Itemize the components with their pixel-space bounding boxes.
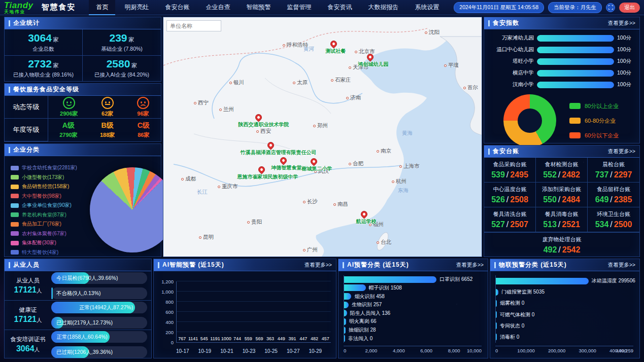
staff-bars: 正常(14942人,87.27%)已过期(2179人,12.73%) (51, 302, 147, 329)
bar-slot: 391 (287, 336, 298, 342)
map-pin-icon (365, 52, 375, 61)
map-marker[interactable]: 航运学校 (361, 211, 367, 218)
iot-category-more-link[interactable]: 查看更多>> (608, 262, 635, 269)
ledger-cell: 添加剂采购台账550/2484 (536, 183, 588, 207)
city-dot-icon (355, 51, 357, 53)
bar-slot: 1191 (210, 336, 221, 342)
ledger-name: 餐具消毒台账 (545, 210, 579, 218)
nav-item-明厨亮灶[interactable]: 明厨亮灶 (117, 0, 156, 15)
nav-item-大数据报告[interactable]: 大数据报告 (361, 0, 405, 15)
hbar-row: 专间状态 0 (496, 322, 633, 330)
map-city: 长沙 (303, 198, 318, 205)
panel-food-index: 食安指数 查看更多>> 万家滩幼儿园100分温口中心幼儿园100分塔旺小学100… (484, 17, 640, 143)
map-city: 兰州 (219, 106, 234, 113)
ai-category-more-link[interactable]: 查看更多>> (456, 262, 484, 269)
map-city: 西安 (256, 128, 271, 135)
nav-item-食安台账[interactable]: 食安台账 (158, 0, 196, 15)
panel-enterprise-stats: 企业统计 3064家企业总数239家基础企业 (7.80%)2732家已接入物联… (4, 17, 161, 82)
donut-legend-item: 60分以下企业 (569, 132, 619, 139)
nav-item-首页[interactable]: 首页 (89, 0, 115, 15)
map-marker[interactable]: 鸿创城幼儿园 (367, 54, 374, 60)
ledger-cell: 中心温度台账526/2508 (484, 183, 536, 207)
map-pin-icon (257, 165, 266, 174)
marker-label: 榭城第二小学 (302, 165, 332, 172)
y-axis-tick: 0 (171, 340, 174, 345)
staff-group: 从业人员17121人今日晨检(6790人,39.66%)不合格(9人,0.13%… (5, 271, 151, 301)
donut-legend-item: 60-80分企业 (569, 117, 619, 125)
header-accent (9, 87, 10, 93)
legend-swatch-icon (11, 222, 19, 227)
panel-header: 物联预警分类 (近15天) 查看更多>> (490, 259, 639, 271)
stat-cell: 239家基础企业 (7.80%) (83, 29, 161, 56)
map-pin-icon (359, 209, 368, 219)
map-marker[interactable]: 坤德智慧食堂 (280, 157, 287, 164)
ledger-more-link[interactable]: 查看更多>> (608, 148, 635, 155)
fullscreen-button[interactable] (606, 3, 615, 12)
legend-swatch-icon (11, 194, 19, 198)
city-name: 济南 (350, 94, 361, 101)
bar (344, 284, 366, 291)
staff-progress-text: 不合格(9人,0.13%) (56, 290, 101, 297)
y-axis-tick: 1,200 (161, 279, 174, 284)
nav-item-企业自查[interactable]: 企业自查 (198, 0, 237, 15)
hbar-row: 可燃气体检测 0 (496, 311, 633, 318)
bar-slot: 569 (254, 336, 265, 342)
map-marker[interactable]: 恩施市崔家坝民族初级中学 (258, 166, 265, 173)
stat-label: 已接入物联企业 (89.16%) (13, 71, 74, 79)
map-city: 平壤 (444, 62, 459, 69)
logout-button[interactable]: 退出 (619, 3, 640, 13)
score-donut-legend: 80分以上企业60-80分企业60分以下企业 (569, 102, 619, 139)
china-map[interactable]: 黄河黄海东海长江沈阳呼和浩特北京市天津市平壤首尔银川石家庄太原济南西宁兰州郑州西… (163, 17, 482, 257)
dynamic-level-label: 动态等级 (5, 96, 48, 119)
map-marker[interactable]: 竹溪县福泽酒店管理有限责任公司 (267, 142, 274, 149)
bar-value-label: 449 (278, 336, 285, 341)
map-marker[interactable]: 测试社餐 (330, 41, 337, 47)
map-marker[interactable]: 榭城第二小学 (311, 158, 317, 165)
header-accent (343, 262, 344, 268)
x-axis-tick: 200,000 (548, 348, 565, 353)
map-marker[interactable]: 陕西交通职业技术学院 (255, 114, 262, 121)
bar-label: 冰箱温湿度 299506 (592, 277, 635, 284)
stat-label: 企业总数 (33, 46, 54, 53)
nav-item-食安资讯[interactable]: 食安资讯 (320, 0, 359, 15)
panel-header: 食安指数 查看更多>> (484, 17, 639, 29)
legend-swatch-icon (569, 118, 581, 124)
panel-header: AI预警分类 (近15天) 查看更多>> (338, 259, 488, 271)
ai-warning-more-link[interactable]: 查看更多>> (304, 262, 332, 269)
x-axis-tick (189, 348, 198, 354)
nav-item-系统设置[interactable]: 系统设置 (408, 0, 446, 15)
city-name: 西宁 (198, 99, 209, 106)
panel-enterprise-category: 企业分类 学校含幼托食堂(2281家)小微型餐饮(173家)食品销售经营(158… (4, 143, 161, 257)
legend-swatch-icon (11, 203, 19, 208)
nav-item-监督管理[interactable]: 监督管理 (280, 0, 318, 15)
city-dot-icon (219, 108, 222, 111)
map-base (163, 17, 482, 257)
food-index-more-link[interactable]: 查看更多>> (608, 20, 635, 27)
legend-swatch-icon (11, 212, 19, 217)
ai-warning-x-labels: 10-1710-1910-2110-2310-2510-2710-29 (176, 348, 331, 354)
iot-category-axis: 0100,000200,000300,000400,000449,259 (495, 346, 633, 354)
map-city: 南昌 (333, 201, 348, 208)
legend-label: 养老机构食堂(87家) (22, 211, 66, 219)
school-name: 温口中心幼儿园 (487, 46, 534, 53)
nav-item-智能预警[interactable]: 智能预警 (239, 0, 278, 15)
city-dot-icon (377, 150, 379, 153)
score-value: 100分 (617, 46, 634, 53)
city-name: 杭州 (396, 178, 406, 185)
y-axis-tick: 200 (165, 330, 174, 335)
bar-label: 陌生人员闯入 136 (350, 310, 390, 317)
enterprise-category-body: 学校含幼托食堂(2281家)小微型餐饮(173家)食品销售经营(158家)大中型… (5, 156, 161, 257)
panel-staff: 从业人员 从业人员17121人今日晨检(6790人,39.66%)不合格(9人,… (4, 259, 152, 358)
ledger-numbers: 534/2500 (595, 220, 632, 229)
city-name: 银川 (233, 79, 244, 86)
city-dot-icon (194, 102, 196, 104)
staff-group: 食安培训证书3064人正常(1858人,60.64%)已过期(1206人,39.… (5, 330, 151, 359)
map-search-input[interactable] (166, 20, 221, 31)
hbar-row: 烟火识别 458 (344, 293, 482, 300)
map-city: 上海市 (399, 163, 420, 170)
map-city: 沈阳 (425, 29, 439, 36)
staff-progress-bar: 今日晨检(6790人,39.66%) (51, 272, 147, 284)
ledger-cell: 晨检台账737/2297 (588, 158, 639, 183)
hbar-row: 明火离岗 66 (344, 318, 482, 325)
ledger-numbers: 552/2482 (543, 170, 580, 179)
